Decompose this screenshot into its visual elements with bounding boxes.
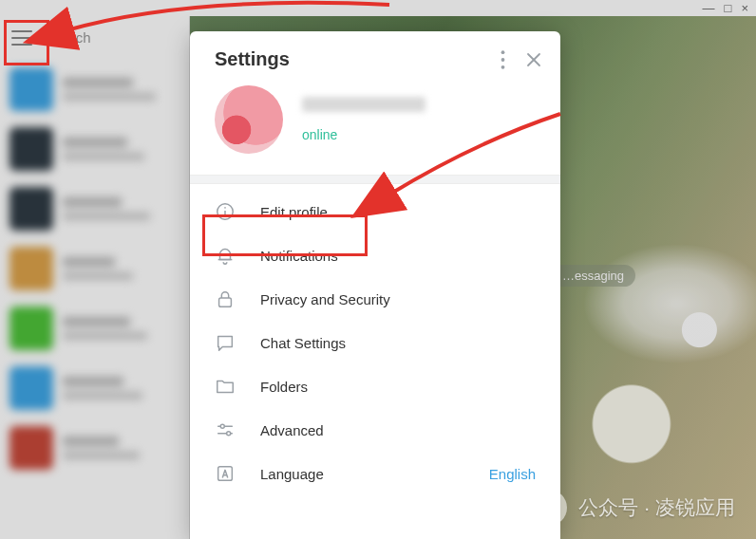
settings-profile[interactable]: online [190,72,560,175]
sliders-icon [215,419,236,440]
settings-header-actions [501,50,541,69]
menu-item-edit-profile[interactable]: Edit profile [190,190,560,233]
svg-point-12 [227,432,231,436]
settings-panel: Settings online E [190,31,560,539]
close-icon[interactable] [526,52,541,67]
menu-label: Folders [260,379,536,395]
svg-rect-13 [218,467,233,481]
profile-info: online [302,97,425,142]
svg-point-0 [501,50,505,54]
svg-point-15 [547,506,558,515]
settings-title: Settings [215,48,290,70]
divider [190,175,560,184]
language-icon [215,463,236,484]
menu-label: Edit profile [260,204,536,220]
watermark: 公众号 · 凌锐应用 [531,490,735,526]
chat-icon [215,332,236,353]
menu-label: Chat Settings [260,335,536,351]
settings-header: Settings [190,31,560,72]
svg-point-10 [220,424,224,428]
menu-value: English [489,466,536,482]
svg-point-2 [501,65,505,68]
profile-name-redacted [302,97,425,112]
app-window: — □ × Search …essa [0,0,756,539]
menu-label: Privacy and Security [260,291,536,307]
svg-point-7 [224,207,226,209]
settings-menu: Edit profile Notifications Privacy and S… [190,184,560,501]
profile-status: online [302,127,425,142]
lock-icon [215,288,236,309]
watermark-text: 公众号 · 凌锐应用 [578,494,735,521]
menu-label: Advanced [260,422,536,438]
menu-item-language[interactable]: Language English [190,452,560,495]
bell-icon [215,245,236,266]
menu-label: Language [260,466,464,482]
menu-item-privacy[interactable]: Privacy and Security [190,277,560,321]
menu-label: Notifications [260,248,536,264]
svg-rect-8 [219,298,232,307]
avatar [215,85,283,154]
menu-item-folders[interactable]: Folders [190,364,560,408]
svg-point-1 [501,58,505,62]
info-icon [215,201,236,222]
menu-item-advanced[interactable]: Advanced [190,408,560,452]
menu-item-chat-settings[interactable]: Chat Settings [190,321,560,364]
menu-item-notifications[interactable]: Notifications [190,233,560,277]
folder-icon [215,376,236,397]
wechat-icon [531,490,567,526]
more-menu-icon[interactable] [501,50,505,69]
